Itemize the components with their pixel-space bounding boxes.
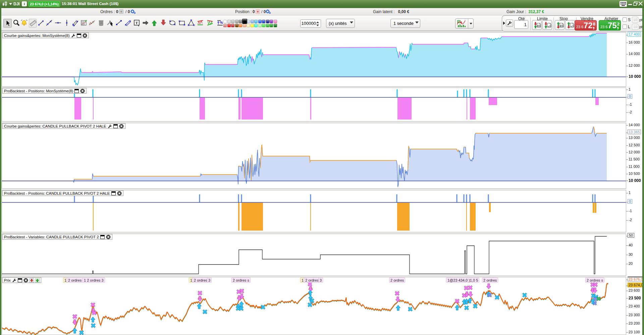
svg-text:T: T xyxy=(136,21,138,25)
svg-text:%: % xyxy=(220,21,223,25)
